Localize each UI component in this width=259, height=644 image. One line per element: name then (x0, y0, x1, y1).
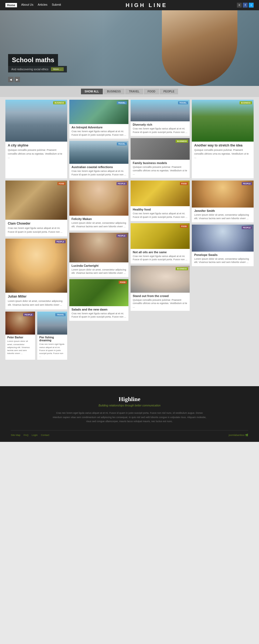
people-badge-jennifer: PEOPLE (242, 182, 252, 185)
footer-sitemap[interactable]: Site Map (11, 434, 21, 436)
city-image: BUSINESS (5, 100, 67, 142)
julian-title: Julian Miller (8, 295, 65, 298)
footer-title: Highline (5, 396, 254, 403)
peter-title: Peter Barker (7, 336, 33, 339)
col23-row2: PEOPLE Felicity Makan Lorem ipsum dolor … (69, 181, 128, 360)
col2-stack: TRAVEL An Intrepid Adventure Cras nec lo… (69, 100, 128, 178)
filter-business[interactable]: BUSINESS (103, 89, 125, 94)
business-badge-family: BUSINESS (176, 140, 188, 143)
nav-about[interactable]: About Us (21, 3, 33, 7)
leaf-icon: 🌿 (245, 434, 248, 436)
card-coastal: TRAVEL Australian coastal reflections Cr… (69, 141, 128, 178)
food-badge-healthy: FOOD (180, 182, 188, 185)
filter-showall[interactable]: SHOW ALL (81, 89, 103, 94)
twitter-icon[interactable]: t (249, 3, 254, 8)
city-text: Quisque convallis posuere pulvinar. Prae… (8, 148, 65, 159)
city-title: A city skyline (8, 144, 65, 147)
hero-next-arrow[interactable]: ▶ (15, 77, 20, 82)
col4-row2: PEOPLE Jennifer Smith Lorem ipsum dolor … (192, 181, 254, 360)
card-pier: TRAVEL Pier fishing dreaming Cras nec lo… (37, 312, 67, 360)
nav-articles[interactable]: Articles (38, 3, 47, 7)
footer-contact[interactable]: Contact (41, 434, 49, 436)
family-title: Family business models (133, 161, 188, 165)
jennifer-text: Lorem ipsum dolor sit amet, consectetur … (194, 213, 251, 220)
hero-subtitle-bar: And rediscovering social ethics More ... (8, 66, 67, 72)
footer-text: Cras nec lorem eget ligula varius alique… (51, 411, 208, 423)
penelope-text: Lorem ipsum dolor sit amet, consectetur … (194, 257, 251, 264)
card-lucinda: PEOPLE Lucinda Cartwright Lorem ipsum do… (69, 233, 128, 277)
footer-login[interactable]: Login (32, 434, 38, 436)
footer-faq[interactable]: FAQ (24, 434, 29, 436)
people-badge-lucinda: PEOPLE (117, 234, 127, 237)
oils-title: Not all oils are the same (133, 251, 188, 254)
col3-row2: FOOD Healthy food Cras nec lorem eget li… (131, 181, 190, 360)
diverse-title: Diversely rich (133, 123, 188, 126)
travel-badge-adventure: TRAVEL (117, 101, 127, 104)
stand-text: Quisque convallis posuere pulvinar. Prae… (133, 298, 188, 309)
coastal-text: Cras nec lorem eget ligula varius alique… (71, 169, 126, 176)
card-peter: PEOPLE Peter Barker Lorem ipsum dolor si… (5, 312, 35, 360)
felicity-title: Felicity Makan (71, 217, 126, 221)
card-penelope: PEOPLE Penelope Swails Lorem ipsum dolor… (192, 225, 254, 266)
card-jennifer: PEOPLE Jennifer Smith Lorem ipsum dolor … (192, 181, 254, 222)
oils-text: Cras nec lorem eget ligula varius alique… (133, 255, 188, 261)
filter-people[interactable]: PEOPLE (160, 89, 178, 94)
felicity-text: Lorem ipsum dolor sit amet, consectetur … (71, 221, 126, 228)
add-icon[interactable]: + (237, 3, 242, 8)
filter-food[interactable]: FOOD (144, 89, 159, 94)
card-clam: FOOD Clam Chowder Cras nec lorem eget li… (5, 181, 67, 236)
clam-title: Clam Chowder (8, 222, 65, 225)
lucinda-text: Lorem ipsum dolor sit amet, consectetur … (71, 268, 126, 275)
card-stretch: BUSINESS Another way to stretch the idea… (192, 100, 254, 178)
people-badge-julian: PEOPLE (55, 240, 66, 243)
hero-subtitle-text: And rediscovering social ethics (11, 68, 48, 71)
row-2: FOOD Clam Chowder Cras nec lorem eget li… (5, 181, 254, 360)
footer-bottom: Site Map FAQ Login Contact joomlabamboo … (11, 430, 248, 436)
food-badge-oils: FOOD (180, 225, 188, 228)
footer-links: Site Map FAQ Login Contact (11, 434, 49, 436)
travel-badge-coastal: TRAVEL (117, 142, 127, 145)
pier-title: Pier fishing dreaming (39, 336, 65, 342)
card-salads: FOOD Salads and the new dawn Cras nec lo… (69, 279, 128, 321)
card-adventure: TRAVEL An Intrepid Adventure Cras nec lo… (69, 100, 128, 139)
filter-bar: SHOW ALL BUSINESS TRAVEL FOOD PEOPLE (0, 86, 259, 97)
food-badge-clam: FOOD (57, 182, 66, 185)
stretch-text: Quisque convallis posuere pulvinar. Prae… (194, 148, 251, 159)
hero-section: School maths And rediscovering social et… (0, 10, 259, 86)
card-city: BUSINESS A city skyline Quisque convalli… (5, 100, 67, 178)
facebook-icon[interactable]: f (243, 3, 248, 8)
card-family: BUSINESS Family business models Quisque … (131, 138, 190, 178)
hero-prev-arrow[interactable]: ◀ (8, 77, 13, 82)
family-text: Quisque convallis posuere pulvinar. Prae… (133, 165, 188, 176)
travel-badge-diverse: TRAVEL (178, 101, 188, 104)
salads-text: Cras nec lorem eget ligula varius alique… (71, 312, 126, 319)
business-badge-stand: BUSINESS (176, 267, 188, 270)
footer-brand: joomlabamboo 🌿 (229, 434, 248, 436)
coastal-title: Australian coastal reflections (71, 165, 126, 169)
healthy-text: Cras nec lorem eget ligula varius alique… (133, 212, 188, 219)
card-julian: PEOPLE Julian Miller Lorem ipsum dolor s… (5, 239, 67, 309)
people-badge-peter: PEOPLE (23, 313, 33, 316)
julian-text: Lorem ipsum dolor sit amet, consectetur … (8, 299, 65, 307)
navigation: Home About Us Articles Submit HIGH LINE … (0, 0, 259, 10)
card-oils: FOOD Not all oils are the same Cras nec … (131, 223, 190, 263)
main-content: BUSINESS A city skyline Quisque convalli… (0, 97, 259, 365)
diverse-text: Cras nec lorem eget ligula varius alique… (133, 127, 188, 134)
nav-submit[interactable]: Submit (52, 3, 61, 7)
footer: Highline Building relationships through … (0, 386, 259, 442)
peter-text: Lorem ipsum dolor sit amet, consectetur … (7, 340, 33, 355)
healthy-title: Healthy food (133, 208, 188, 211)
filter-travel[interactable]: TRAVEL (125, 89, 143, 94)
people-badge-penelope: PEOPLE (242, 226, 252, 229)
travel-badge-pier: TRAVEL (55, 313, 65, 316)
card-stand: BUSINESS Stand out from the crowd Quisqu… (131, 266, 190, 311)
hero-content: School maths And rediscovering social et… (8, 54, 67, 72)
card-healthy: FOOD Healthy food Cras nec lorem eget li… (131, 181, 190, 221)
footer-subtitle: Building relationships through better co… (5, 404, 254, 407)
pier-text: Cras nec lorem eget ligula varius alique… (39, 343, 65, 358)
hero-more-button[interactable]: More ... (51, 67, 64, 71)
adventure-title: An Intrepid Adventure (71, 126, 126, 129)
hero-title: School maths (8, 54, 58, 66)
jennifer-title: Jennifer Smith (194, 209, 251, 212)
nav-home[interactable]: Home (5, 3, 17, 7)
